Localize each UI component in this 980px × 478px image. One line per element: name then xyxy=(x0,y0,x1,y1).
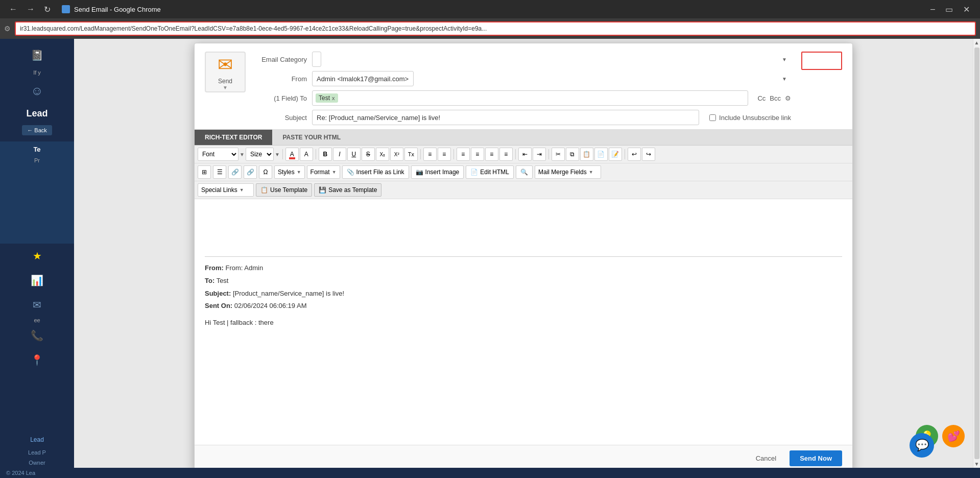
window-title: Send Email - Google Chrome xyxy=(62,5,161,13)
table-button[interactable]: ⊞ xyxy=(198,165,211,179)
email-category-row: Email Category xyxy=(256,52,791,67)
toolbar-separator-3 xyxy=(420,149,421,159)
paste-word-button[interactable]: 📝 xyxy=(609,148,622,161)
unlink-button[interactable]: 🔗 xyxy=(244,165,257,179)
minimize-button[interactable]: – xyxy=(926,4,939,15)
lead-heading: Lead xyxy=(22,104,52,123)
subject-input[interactable] xyxy=(312,110,699,125)
editor-content[interactable]: From: From: Admin To: Test Subject: [Pro… xyxy=(195,199,852,445)
sidebar-item-notebook[interactable]: 📓 xyxy=(0,43,74,67)
insert-file-button[interactable]: 📎 Insert File as Link xyxy=(342,165,409,179)
cancel-button[interactable]: Cancel xyxy=(748,451,784,465)
lead-bottom-link[interactable]: Lead xyxy=(26,432,48,447)
to-field[interactable]: Test x xyxy=(312,90,748,106)
font-color-button[interactable]: A xyxy=(285,148,299,161)
insert-file-label: Insert File as Link xyxy=(356,169,404,176)
maximize-button[interactable]: ▭ xyxy=(941,4,957,15)
support-orange-button[interactable]: 💕 xyxy=(942,425,965,447)
include-unsub-checkbox[interactable] xyxy=(709,114,716,121)
subscript-button[interactable]: X₂ xyxy=(376,148,389,161)
toolbar-row-3: Special Links 📋 Use Template 💾 Save as T… xyxy=(195,181,852,199)
scroll-thumb[interactable] xyxy=(974,47,979,459)
back-button[interactable]: ← Back xyxy=(22,125,52,135)
include-unsub-row: Include Unsubscribe link xyxy=(709,114,791,122)
send-email-modal: ✉ Send ▼ Email Category xyxy=(194,43,853,468)
from-select[interactable]: Admin <lmalok17@gmail.com> xyxy=(312,71,414,86)
mail-merge-dropdown[interactable]: Mail Merge Fields xyxy=(535,165,601,179)
close-button[interactable]: ✕ xyxy=(959,4,974,15)
settings-icon[interactable]: ⚙ xyxy=(785,94,791,102)
sidebar-item-star[interactable]: ★ xyxy=(0,244,74,268)
chat-button[interactable]: 💬 xyxy=(910,433,934,458)
use-template-icon: 📋 xyxy=(260,186,268,194)
tab-paste-html[interactable]: PASTE YOUR HTML xyxy=(272,130,351,145)
footer-text: © 2024 Lea xyxy=(6,470,35,476)
paste-text-button[interactable]: 📄 xyxy=(594,148,608,161)
use-template-button[interactable]: 📋 Use Template xyxy=(256,183,312,197)
bcc-label[interactable]: Bcc xyxy=(770,94,781,102)
font-select[interactable]: Font xyxy=(198,148,238,161)
toolbar-separator-7 xyxy=(625,149,625,159)
copy-button[interactable]: ⧉ xyxy=(566,148,579,161)
superscript-button[interactable]: X² xyxy=(390,148,403,161)
sidebar-item-smiley[interactable]: ☺ xyxy=(0,78,74,104)
sidebar-item-email[interactable]: ✉ xyxy=(0,293,74,317)
highlight-color-button[interactable]: A xyxy=(300,148,313,161)
format-dropdown[interactable]: Format xyxy=(307,165,340,179)
special-links-dropdown[interactable]: Special Links xyxy=(198,183,254,197)
tab-rich-text-editor[interactable]: RICH-TEXT EDITOR xyxy=(195,130,272,145)
paperclip-icon: 📎 xyxy=(347,169,354,176)
back-nav-button[interactable]: ← xyxy=(6,3,20,16)
outdent-button[interactable]: ⇤ xyxy=(518,148,532,161)
unordered-list-button[interactable]: ≡ xyxy=(438,148,451,161)
insert-image-button[interactable]: 📷 Insert Image xyxy=(411,165,464,179)
to-tag-label: Test xyxy=(319,94,330,102)
paste-button[interactable]: 📋 xyxy=(580,148,593,161)
sidebar-item-phone[interactable]: 📞 xyxy=(0,323,74,348)
list-view-button[interactable]: ☰ xyxy=(213,165,226,179)
indent-button[interactable]: ⇥ xyxy=(533,148,546,161)
justify-button[interactable]: ≡ xyxy=(499,148,513,161)
envelope-icon: ✉ xyxy=(218,54,233,76)
to-tag-remove[interactable]: x xyxy=(332,95,335,101)
bold-button[interactable]: B xyxy=(319,148,332,161)
cc-label[interactable]: Cc xyxy=(757,94,766,102)
size-select[interactable]: Size xyxy=(246,148,274,161)
forward-nav-button[interactable]: → xyxy=(23,3,38,16)
special-char-button[interactable]: Ω xyxy=(259,165,272,179)
sidebar-email-label: ee xyxy=(34,317,40,323)
send-icon-box: ✉ Send ▼ xyxy=(205,52,246,92)
cut-button[interactable]: ✂ xyxy=(552,148,565,161)
scroll-up-button[interactable]: ▲ xyxy=(974,40,979,45)
align-center-button[interactable]: ≡ xyxy=(471,148,484,161)
email-category-select[interactable] xyxy=(312,52,321,67)
search-replace-button[interactable]: 🔍 xyxy=(516,165,533,179)
edit-html-button[interactable]: 📄 Edit HTML xyxy=(466,165,514,179)
reload-button[interactable]: ↻ xyxy=(41,3,54,16)
align-right-button[interactable]: ≡ xyxy=(485,148,498,161)
redo-button[interactable]: ↪ xyxy=(642,148,655,161)
italic-button[interactable]: I xyxy=(333,148,346,161)
undo-button[interactable]: ↩ xyxy=(628,148,641,161)
send-now-button[interactable]: Send Now xyxy=(790,450,842,466)
strikethrough-button[interactable]: S xyxy=(362,148,375,161)
align-left-button[interactable]: ≡ xyxy=(457,148,470,161)
editor-empty-space xyxy=(205,209,842,250)
sidebar-item-chart[interactable]: 📊 xyxy=(0,268,74,293)
save-template-label: Save as Template xyxy=(328,186,377,194)
url-bar: ⚙ xyxy=(0,18,980,39)
url-input[interactable] xyxy=(15,21,976,36)
link-button[interactable]: 🔗 xyxy=(228,165,242,179)
clear-format-button[interactable]: Tx xyxy=(404,148,418,161)
chrome-icon xyxy=(62,5,70,13)
styles-label: Styles xyxy=(278,169,295,176)
underline-button[interactable]: U xyxy=(347,148,361,161)
save-template-button[interactable]: 💾 Save as Template xyxy=(314,183,381,197)
scroll-down-button[interactable]: ▼ xyxy=(974,461,979,467)
title-text: Send Email - Google Chrome xyxy=(74,6,161,13)
scrollbar-track: ▲ ▼ xyxy=(973,39,980,468)
sidebar-item-location[interactable]: 📍 xyxy=(0,348,74,372)
styles-dropdown[interactable]: Styles xyxy=(274,165,305,179)
sent-line: Sent On: 02/06/2024 06:06:19 AM xyxy=(205,301,842,312)
ordered-list-button[interactable]: ≡ xyxy=(423,148,437,161)
